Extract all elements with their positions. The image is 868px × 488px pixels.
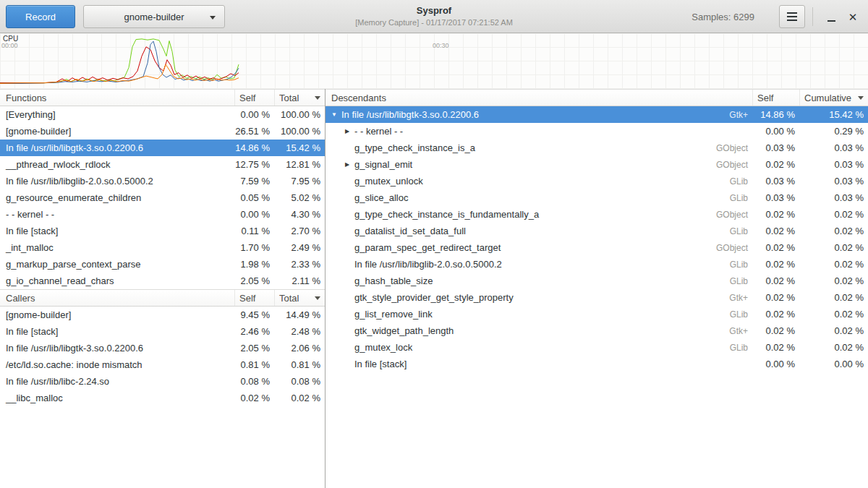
process-selector-dropdown[interactable]: gnome-builder [83, 5, 225, 28]
functions-table-row[interactable]: In file /usr/lib/libglib-2.0.so.0.5000.2… [0, 173, 325, 189]
function-name: g_type_check_instance_is_fundamentally_a [353, 209, 694, 220]
self-percent: 0.02 % [752, 209, 799, 220]
library-tag: GLib [694, 176, 752, 187]
functions-table-row[interactable]: In file [stack]0.11 %2.70 % [0, 223, 325, 239]
total-percent: 5.02 % [274, 192, 325, 203]
minimize-button[interactable] [820, 5, 842, 28]
self-percent: 0.02 % [752, 292, 799, 303]
descendants-table-row[interactable]: gtk_widget_path_lengthGtk+0.02 %0.02 % [326, 322, 868, 339]
cumulative-percent: 0.02 % [799, 209, 868, 220]
self-percent: 0.02 % [752, 309, 799, 320]
expander-collapsed-icon[interactable]: ▶ [341, 156, 353, 173]
functions-table-row[interactable]: g_markup_parse_context_parse1.98 %2.33 % [0, 256, 325, 273]
column-header-total[interactable]: Total [274, 90, 325, 106]
column-header-self[interactable]: Self [234, 290, 274, 306]
function-name: In file [stack] [0, 326, 234, 337]
total-percent: 2.48 % [274, 326, 325, 337]
process-selector-label: gnome-builder [124, 12, 184, 22]
callers-table-row[interactable]: /etc/ld.so.cache: inode mismatch0.81 %0.… [0, 356, 325, 373]
functions-table-header: Functions Self Total [0, 89, 325, 106]
expander-expanded-icon[interactable]: ▼ [328, 106, 340, 123]
total-percent: 0.02 % [274, 393, 325, 403]
column-header-self[interactable]: Self [234, 90, 274, 106]
callers-table-row[interactable]: [gnome-builder]9.45 %14.49 % [0, 307, 325, 323]
cumulative-percent: 0.03 % [799, 142, 868, 153]
menu-button[interactable] [779, 5, 805, 28]
column-header-cumulative[interactable]: Cumulative [799, 90, 868, 106]
callers-table-row[interactable]: In file [stack]2.46 %2.48 % [0, 323, 325, 340]
functions-table-row[interactable]: [gnome-builder]26.51 %100.00 % [0, 123, 325, 140]
total-percent: 14.49 % [274, 309, 325, 320]
library-tag: GLib [694, 260, 752, 270]
callers-table-row[interactable]: In file /usr/lib/libc-2.24.so0.08 %0.08 … [0, 373, 325, 390]
cumulative-percent: 0.03 % [799, 192, 868, 203]
self-percent: 0.03 % [752, 192, 799, 203]
descendants-table-row[interactable]: ▶- - kernel - -0.00 %0.29 % [326, 123, 868, 140]
column-header-total[interactable]: Total [274, 290, 325, 306]
function-name: g_datalist_id_set_data_full [353, 226, 694, 236]
column-header-callers[interactable]: Callers [0, 290, 234, 306]
expander-collapsed-icon[interactable]: ▶ [341, 123, 353, 140]
total-percent: 2.70 % [274, 226, 325, 236]
descendants-table-row[interactable]: g_type_check_instance_is_aGObject0.03 %0… [326, 140, 868, 156]
functions-table-row[interactable]: [Everything]0.00 %100.00 % [0, 106, 325, 123]
function-name: g_type_check_instance_is_a [353, 142, 694, 153]
descendants-table-row[interactable]: gtk_style_provider_get_style_propertyGtk… [326, 289, 868, 306]
functions-table-row[interactable]: g_resource_enumerate_children0.05 %5.02 … [0, 189, 325, 206]
cpu-graph[interactable]: CPU 00:00 00:30 [0, 33, 868, 89]
close-button[interactable]: ✕ [842, 5, 864, 28]
cumulative-percent: 0.02 % [799, 342, 868, 353]
descendants-table-row[interactable]: g_slice_allocGLib0.03 %0.03 % [326, 189, 868, 206]
descendants-table-row[interactable]: g_mutex_unlockGLib0.03 %0.03 % [326, 173, 868, 189]
cumulative-percent: 0.03 % [799, 159, 868, 170]
functions-table-row[interactable]: In file /usr/lib/libgtk-3.so.0.2200.614.… [0, 140, 325, 156]
functions-table-row[interactable]: __pthread_rwlock_rdlock12.75 %12.81 % [0, 156, 325, 173]
cumulative-percent: 15.42 % [799, 109, 868, 120]
self-percent: 9.45 % [234, 309, 274, 320]
self-percent: 0.02 % [752, 159, 799, 170]
function-name: g_mutex_unlock [353, 176, 694, 187]
cumulative-percent: 0.02 % [799, 275, 868, 286]
functions-table-row[interactable]: g_io_channel_read_chars2.05 %2.11 % [0, 273, 325, 289]
descendants-table-row[interactable]: g_param_spec_get_redirect_targetGObject0… [326, 239, 868, 256]
self-percent: 0.00 % [752, 126, 799, 137]
column-header-descendants[interactable]: Descendants [326, 90, 752, 106]
cpu-usage-line-cpu1 [0, 47, 239, 83]
descendants-table-row[interactable]: g_mutex_lockGLib0.02 %0.02 % [326, 339, 868, 356]
library-tag: GObject [694, 243, 752, 253]
cumulative-percent: 0.29 % [799, 126, 868, 137]
descendants-table-row[interactable]: ▶g_signal_emitGObject0.02 %0.03 % [326, 156, 868, 173]
function-name: g_signal_emit [353, 159, 694, 170]
self-percent: 0.02 % [752, 259, 799, 270]
descendants-table-row[interactable]: ▼In file /usr/lib/libgtk-3.so.0.2200.6Gt… [326, 106, 868, 123]
descendants-table-row[interactable]: g_type_check_instance_is_fundamentally_a… [326, 206, 868, 223]
callers-table-row[interactable]: __libc_malloc0.02 %0.02 % [0, 390, 325, 406]
library-tag: GLib [694, 276, 752, 286]
callers-table-row[interactable]: In file /usr/lib/libgtk-3.so.0.2200.62.0… [0, 340, 325, 356]
time-tick-middle: 00:30 [433, 42, 449, 49]
cpu-usage-line-cpu3 [0, 64, 239, 83]
library-tag: GLib [694, 343, 752, 353]
self-percent: 0.02 % [234, 393, 274, 403]
descendants-table-row[interactable]: g_hash_table_sizeGLib0.02 %0.02 % [326, 273, 868, 289]
sort-indicator-icon [858, 96, 864, 100]
cumulative-percent: 0.03 % [799, 176, 868, 187]
descendants-table-row[interactable]: In file /usr/lib/libglib-2.0.so.0.5000.2… [326, 256, 868, 273]
descendants-table-row[interactable]: g_list_remove_linkGLib0.02 %0.02 % [326, 306, 868, 322]
self-percent: 7.59 % [234, 176, 274, 187]
record-button[interactable]: Record [6, 5, 75, 28]
functions-table-row[interactable]: _int_malloc1.70 %2.49 % [0, 239, 325, 256]
minimize-icon [827, 20, 835, 22]
descendants-table-row[interactable]: g_datalist_id_set_data_fullGLib0.02 %0.0… [326, 223, 868, 239]
column-header-functions[interactable]: Functions [0, 90, 234, 106]
total-percent: 2.11 % [274, 275, 325, 286]
functions-table-row[interactable]: - - kernel - -0.00 %4.30 % [0, 206, 325, 223]
self-percent: 14.86 % [752, 109, 799, 120]
column-header-cumulative-label: Cumulative [804, 93, 851, 103]
self-percent: 0.02 % [752, 325, 799, 336]
column-header-total-label: Total [279, 93, 299, 103]
column-header-self[interactable]: Self [752, 90, 799, 106]
total-percent: 2.06 % [274, 343, 325, 354]
descendants-table-row[interactable]: In file [stack]0.00 %0.00 % [326, 356, 868, 372]
self-percent: 0.81 % [234, 359, 274, 370]
